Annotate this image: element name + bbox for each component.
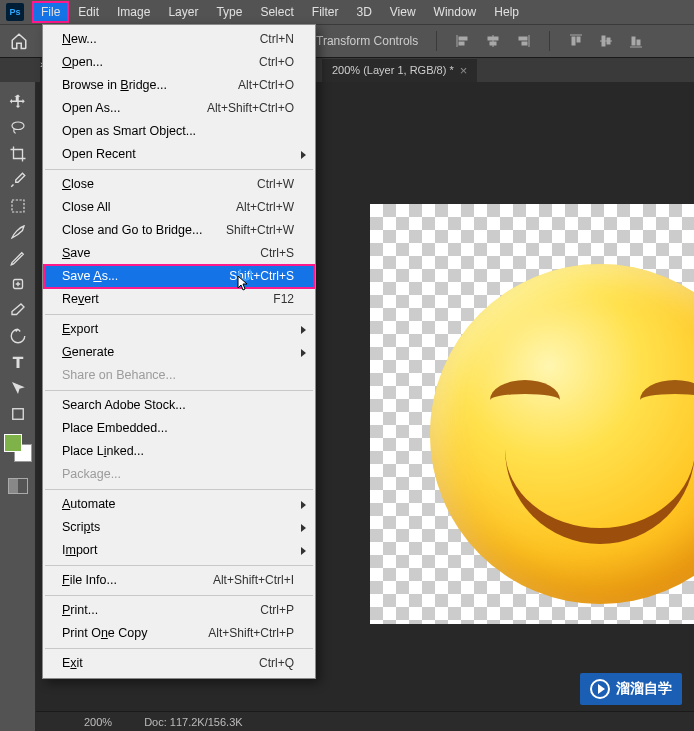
- svg-rect-5: [490, 42, 496, 45]
- menu-3d[interactable]: 3D: [347, 1, 380, 23]
- menu-filter[interactable]: Filter: [303, 1, 348, 23]
- svg-rect-2: [459, 42, 464, 45]
- pencil-tool[interactable]: [6, 246, 30, 270]
- align-right-icon[interactable]: [515, 33, 531, 49]
- menu-item-open-as[interactable]: Open As...Alt+Shift+Ctrl+O: [44, 97, 314, 120]
- menu-separator: [45, 595, 313, 596]
- play-icon: [590, 679, 610, 699]
- menu-view[interactable]: View: [381, 1, 425, 23]
- app-logo: Ps: [6, 3, 24, 21]
- menu-item-exit[interactable]: ExitCtrl+Q: [44, 652, 314, 675]
- svg-rect-11: [577, 37, 580, 42]
- align-left-icon[interactable]: [455, 33, 471, 49]
- svg-rect-7: [519, 37, 527, 40]
- svg-rect-8: [522, 42, 527, 45]
- menu-item-print-one-copy[interactable]: Print One CopyAlt+Shift+Ctrl+P: [44, 622, 314, 645]
- marquee-tool[interactable]: [6, 194, 30, 218]
- watermark-badge: 溜溜自学: [580, 673, 682, 705]
- menu-separator: [45, 390, 313, 391]
- document-canvas[interactable]: [370, 204, 694, 624]
- menu-item-file-info[interactable]: File Info...Alt+Shift+Ctrl+I: [44, 569, 314, 592]
- align-center-h-icon[interactable]: [485, 33, 501, 49]
- menu-item-package[interactable]: Package...: [44, 463, 314, 486]
- menu-item-export[interactable]: Export: [44, 318, 314, 341]
- svg-rect-1: [459, 37, 467, 40]
- toolbox: [0, 82, 36, 731]
- document-tab[interactable]: 200% (Layer 1, RGB/8) * ×: [322, 59, 477, 82]
- menu-item-close[interactable]: CloseCtrl+W: [44, 173, 314, 196]
- svg-rect-21: [12, 409, 23, 420]
- transform-controls-label: Transform Controls: [316, 34, 418, 48]
- align-center-v-icon[interactable]: [598, 33, 614, 49]
- menu-image[interactable]: Image: [108, 1, 159, 23]
- menu-separator: [45, 169, 313, 170]
- menu-item-new[interactable]: New...Ctrl+N: [44, 28, 314, 51]
- menu-separator: [45, 648, 313, 649]
- path-tool[interactable]: [6, 376, 30, 400]
- foreground-color-swatch[interactable]: [4, 434, 22, 452]
- watermark-text: 溜溜自学: [616, 680, 672, 698]
- menu-item-print[interactable]: Print...Ctrl+P: [44, 599, 314, 622]
- menu-separator: [45, 314, 313, 315]
- menu-item-save-as[interactable]: Save As...Shift+Ctrl+S: [44, 265, 314, 288]
- menu-item-search-adobe-stock[interactable]: Search Adobe Stock...: [44, 394, 314, 417]
- menu-item-close-and-go-to-bridge[interactable]: Close and Go to Bridge...Shift+Ctrl+W: [44, 219, 314, 242]
- move-tool[interactable]: [6, 90, 30, 114]
- svg-rect-16: [632, 37, 635, 45]
- svg-rect-13: [602, 36, 605, 46]
- menu-item-automate[interactable]: Automate: [44, 493, 314, 516]
- menu-item-revert[interactable]: RevertF12: [44, 288, 314, 311]
- brush-tool[interactable]: [6, 220, 30, 244]
- menu-item-scripts[interactable]: Scripts: [44, 516, 314, 539]
- home-icon[interactable]: [10, 32, 28, 50]
- menu-item-share-on-behance[interactable]: Share on Behance...: [44, 364, 314, 387]
- color-swatches[interactable]: [4, 434, 32, 462]
- svg-point-18: [12, 122, 24, 130]
- svg-rect-10: [572, 37, 575, 45]
- menu-item-open[interactable]: Open...Ctrl+O: [44, 51, 314, 74]
- menu-file[interactable]: File: [32, 1, 69, 23]
- svg-rect-14: [607, 38, 610, 44]
- menu-item-close-all[interactable]: Close AllAlt+Ctrl+W: [44, 196, 314, 219]
- menu-item-generate[interactable]: Generate: [44, 341, 314, 364]
- zoom-level[interactable]: 200%: [84, 716, 112, 728]
- menu-help[interactable]: Help: [485, 1, 528, 23]
- shape-tool[interactable]: [6, 402, 30, 426]
- lasso-tool[interactable]: [6, 116, 30, 140]
- menu-layer[interactable]: Layer: [159, 1, 207, 23]
- menu-item-open-as-smart-object[interactable]: Open as Smart Object...: [44, 120, 314, 143]
- menu-item-place-embedded[interactable]: Place Embedded...: [44, 417, 314, 440]
- align-top-icon[interactable]: [568, 33, 584, 49]
- menu-separator: [45, 565, 313, 566]
- menu-item-open-recent[interactable]: Open Recent: [44, 143, 314, 166]
- menubar: Ps FileEditImageLayerTypeSelectFilter3DV…: [0, 0, 694, 24]
- menu-item-import[interactable]: Import: [44, 539, 314, 562]
- svg-rect-4: [488, 37, 498, 40]
- align-bottom-icon[interactable]: [628, 33, 644, 49]
- quick-mask-toggle[interactable]: [8, 478, 28, 494]
- menu-item-browse-in-bridge[interactable]: Browse in Bridge...Alt+Ctrl+O: [44, 74, 314, 97]
- menu-select[interactable]: Select: [251, 1, 302, 23]
- menu-window[interactable]: Window: [425, 1, 486, 23]
- svg-rect-17: [637, 40, 640, 45]
- close-icon[interactable]: ×: [460, 63, 468, 78]
- menu-item-place-linked[interactable]: Place Linked...: [44, 440, 314, 463]
- menu-item-save[interactable]: SaveCtrl+S: [44, 242, 314, 265]
- menu-type[interactable]: Type: [207, 1, 251, 23]
- crop-tool[interactable]: [6, 142, 30, 166]
- menu-edit[interactable]: Edit: [69, 1, 108, 23]
- document-size: Doc: 117.2K/156.3K: [144, 716, 242, 728]
- eyedropper-tool[interactable]: [6, 168, 30, 192]
- type-tool[interactable]: [6, 350, 30, 374]
- status-bar: 200% Doc: 117.2K/156.3K: [36, 711, 694, 731]
- eraser-tool[interactable]: [6, 298, 30, 322]
- menu-separator: [45, 489, 313, 490]
- history-brush-tool[interactable]: [6, 324, 30, 348]
- document-tab-title: 200% (Layer 1, RGB/8) *: [332, 64, 454, 76]
- svg-rect-19: [12, 200, 24, 212]
- healing-tool[interactable]: [6, 272, 30, 296]
- file-menu-dropdown: New...Ctrl+NOpen...Ctrl+OBrowse in Bridg…: [42, 24, 316, 679]
